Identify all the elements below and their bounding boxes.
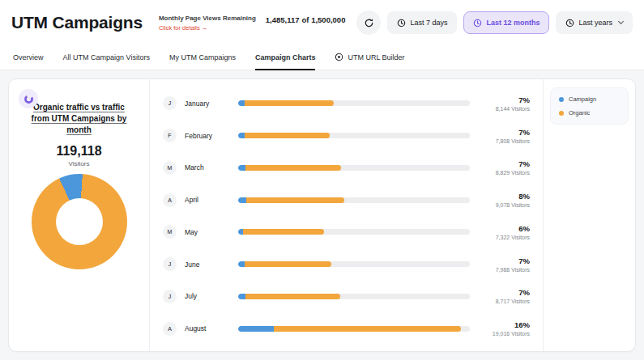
month-stats: 16%19,016 Visitors (478, 320, 530, 337)
percent-value: 6% (478, 224, 530, 233)
visitors-value: 19,016 Visitors (478, 331, 530, 337)
bar-track (238, 165, 470, 171)
month-label: May (185, 228, 230, 236)
page-views-summary: Monthly Page Views Remaining Click for d… (159, 15, 346, 32)
percent-value: 8% (478, 192, 530, 201)
organic-bar-segment (245, 100, 333, 106)
last-7-days-label: Last 7 days (410, 19, 447, 27)
month-stats: 7%7,808 Visitors (478, 128, 530, 144)
summary-panel: Organic traffic vs traffic from UTM Camp… (9, 79, 150, 351)
organic-bar-segment (245, 294, 340, 299)
percent-value: 7% (478, 159, 530, 168)
visitors-value: 8,829 Visitors (478, 170, 530, 176)
month-stats: 7%8,829 Visitors (478, 159, 530, 176)
month-row: MMarch7%8,829 Visitors (163, 159, 530, 176)
bar-track (238, 133, 470, 138)
month-initial-badge: A (163, 193, 177, 207)
page-views-limit: of 1,500,000 (302, 15, 346, 24)
month-stats: 6%7,322 Visitors (478, 224, 530, 240)
month-initial-badge: A (163, 322, 177, 336)
clock-icon (565, 19, 574, 28)
campaign-bar-segment (238, 294, 245, 299)
chevron-down-icon (618, 19, 624, 24)
month-initial-badge: M (163, 161, 177, 175)
month-label: January (185, 100, 230, 108)
donut-chart-icon (19, 89, 38, 108)
tab-utm-url-builder-label: UTM URL Builder (348, 53, 404, 61)
page-header: UTM Campaigns Monthly Page Views Remaini… (0, 0, 644, 45)
tab-campaign-charts[interactable]: Campaign Charts (255, 53, 316, 70)
last-12-months-label: Last 12 months (486, 19, 540, 27)
page-views-details-link[interactable]: Click for details → (159, 24, 256, 32)
month-initial-badge: J (163, 290, 177, 303)
page-views-value: 1,485,117of 1,500,000 (266, 15, 346, 24)
month-initial-badge: F (163, 129, 177, 142)
total-visitors-label: Visitors (17, 160, 141, 167)
visitors-value: 8,717 Visitors (478, 299, 530, 304)
tab-bar: Overview All UTM Campaign Visitors My UT… (0, 45, 644, 70)
legend-item-campaign[interactable]: Campaign (559, 95, 620, 103)
visitors-value: 7,322 Visitors (478, 235, 530, 240)
visitors-value: 7,988 Visitors (478, 267, 530, 273)
month-label: February (185, 132, 230, 140)
month-label: March (185, 163, 230, 172)
total-visitors-value: 119,118 (17, 144, 141, 159)
month-initial-badge: J (163, 96, 177, 110)
content-area: Organic traffic vs traffic from UTM Camp… (0, 70, 644, 360)
refresh-icon (364, 18, 374, 28)
chart-heading: Organic traffic vs traffic from UTM Camp… (30, 102, 129, 136)
organic-bar-segment (246, 197, 344, 203)
bar-track (238, 197, 470, 203)
last-years-label: Last years (578, 19, 612, 27)
chart-card: Organic traffic vs traffic from UTM Camp… (8, 78, 636, 352)
bar-track (238, 229, 470, 235)
tab-utm-url-builder[interactable]: UTM URL Builder (335, 53, 404, 70)
campaign-bar-segment (238, 165, 245, 171)
percent-value: 7% (478, 95, 530, 104)
monthly-bars-panel: JJanuary7%8,144 VisitorsFFebruary7%7,808… (150, 79, 543, 351)
refresh-button[interactable] (356, 11, 381, 35)
clock-icon (473, 19, 482, 28)
percent-value: 7% (478, 128, 530, 137)
month-initial-badge: M (163, 225, 177, 239)
month-label: April (185, 196, 230, 204)
legend-item-organic[interactable]: Organic (559, 109, 620, 116)
tab-my-utm-campaigns[interactable]: My UTM Campaigns (169, 53, 236, 70)
month-row: JJune7%7,988 Visitors (163, 256, 530, 273)
legend-dot (559, 111, 564, 116)
legend-label: Organic (569, 109, 590, 116)
legend-label: Campaign (569, 95, 596, 103)
visitors-value: 7,808 Visitors (478, 138, 530, 144)
last-12-months-button[interactable]: Last 12 months (463, 11, 549, 34)
page-title: UTM Campaigns (11, 13, 143, 32)
percent-value: 7% (478, 256, 530, 265)
last-7-days-button[interactable]: Last 7 days (387, 11, 457, 34)
last-years-dropdown[interactable]: Last years (556, 11, 633, 34)
page-views-label: Monthly Page Views Remaining (159, 15, 256, 22)
month-row: JJuly7%8,717 Visitors (163, 288, 530, 304)
campaign-bar-segment (238, 326, 274, 332)
month-row: JJanuary7%8,144 Visitors (163, 95, 530, 112)
organic-bar-segment (245, 261, 331, 267)
url-builder-icon (335, 53, 343, 61)
bar-track (238, 100, 470, 106)
tab-overview[interactable]: Overview (13, 53, 44, 70)
month-label: June (185, 260, 230, 269)
campaign-bar-segment (238, 133, 245, 138)
month-row: MMay6%7,322 Visitors (163, 224, 530, 240)
organic-bar-segment (245, 165, 342, 171)
month-label: July (185, 292, 230, 300)
organic-bar-segment (243, 229, 323, 235)
percent-value: 7% (478, 288, 530, 297)
month-stats: 7%7,988 Visitors (478, 256, 530, 273)
month-row: FFebruary7%7,808 Visitors (163, 128, 530, 144)
campaign-bar-segment (238, 197, 246, 203)
organic-bar-segment (245, 133, 330, 138)
tab-all-utm-campaign-visitors[interactable]: All UTM Campaign Visitors (63, 53, 150, 70)
page-views-current: 1,485,117 (266, 15, 300, 24)
bar-track (238, 261, 470, 267)
bar-track (238, 294, 470, 299)
organic-bar-segment (274, 326, 461, 332)
month-label: August (185, 324, 230, 332)
bar-track (238, 326, 470, 332)
